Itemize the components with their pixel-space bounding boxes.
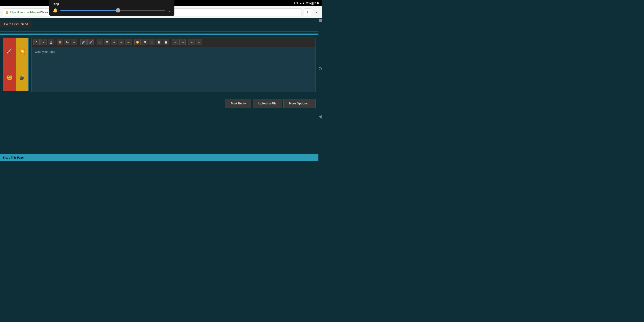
ring-overlay: Ring 🔔 ⌄ (49, 0, 174, 16)
edge-circle-icon[interactable] (319, 67, 322, 70)
insert-media-button[interactable]: ⬛ (149, 39, 155, 46)
unordered-list-button[interactable]: ☰ (104, 39, 110, 46)
avatar-grid: 🚀 💥 🐸 💣 (3, 38, 28, 91)
battery-percent: 99% (306, 2, 310, 4)
ordered-list-button[interactable]: ≔ (111, 39, 117, 46)
reply-editor[interactable]: B I U 🎨 A+ aA 🔗 🔗✕ ≡ ☰ ≔ ⇥ ⇤ 😊 (31, 38, 316, 92)
pen-button[interactable]: ✒ (196, 39, 202, 46)
upload-file-button[interactable]: Upload a File (253, 99, 282, 108)
action-buttons: Post Reply Upload a File More Options... (225, 99, 316, 108)
main-content: Go to First Unread 🚀 💥 🐸 💣 ▶ B I U 🎨 (0, 18, 318, 161)
outdent-button[interactable]: ⇤ (125, 39, 132, 46)
status-icons: ▼▼ ▲▲ 99% ▓ 2:44 (294, 2, 319, 5)
wifi-icon: ▼▼ (294, 2, 299, 5)
url-text: https://forum.battlebay.net/threads/my (10, 11, 55, 14)
first-unread-button[interactable]: Go to First Unread (0, 20, 32, 28)
indent-button[interactable]: ⇥ (118, 39, 124, 46)
post-reply-button[interactable]: Post Reply (225, 99, 251, 108)
lock-icon: 🔒 (5, 10, 9, 14)
bell-icon: 🔔 (53, 8, 58, 13)
font-size-up-button[interactable]: A+ (64, 39, 70, 46)
font-size-down-button[interactable]: aA (71, 39, 77, 46)
edge-back-icon[interactable] (319, 115, 322, 118)
redo-button[interactable]: ↪ (179, 39, 186, 46)
battery-icon: ▓ (312, 2, 314, 5)
ring-slider-thumb[interactable] (116, 8, 120, 12)
avatar-cell-3: 🐸 (3, 64, 16, 91)
right-edge-controls (318, 18, 322, 118)
underline-button[interactable]: U (48, 39, 54, 46)
emoji-button[interactable]: 😊 (134, 39, 141, 46)
reply-section: 🚀 💥 🐸 💣 ▶ B I U 🎨 A+ aA 🔗 🔗✕ (3, 38, 316, 92)
edge-square-icon[interactable] (319, 19, 322, 22)
toolbar-sep-6 (187, 40, 187, 44)
url-domain: forum.battlebay.net (18, 11, 41, 14)
toolbar-sep-4 (133, 40, 133, 44)
toolbar-sep-5 (170, 40, 171, 44)
toolbar-sep-3 (95, 40, 95, 44)
share-text: Share This Page (3, 156, 24, 159)
progress-bar (0, 34, 318, 35)
align-left-button[interactable]: ≡ (96, 39, 103, 46)
signal-icon: ▲▲ (300, 2, 305, 5)
ring-slider[interactable] (60, 10, 165, 11)
tab-count-label: 2 (306, 10, 308, 14)
italic-button[interactable]: I (40, 39, 47, 46)
insert-image-button[interactable]: 🖼 (142, 39, 148, 46)
ring-title: Ring (53, 2, 171, 6)
save-draft-button[interactable]: 💾 (156, 39, 162, 46)
share-footer: Share This Page (0, 154, 318, 161)
avatar-cell-1: 🚀 (3, 38, 16, 64)
remove-link-button[interactable]: 🔗✕ (88, 39, 94, 46)
url-protocol: https:// (10, 11, 18, 14)
save-button[interactable]: 📋 (163, 39, 169, 46)
avatar-cell-2: 💥 (16, 38, 28, 64)
avatar-cell-4: 💣 (16, 64, 28, 91)
avatar-arrow-icon: ▶ (28, 62, 28, 67)
section-divider (0, 31, 318, 32)
insert-link-button[interactable]: 🔗 (80, 39, 86, 46)
browser-menu-button[interactable]: ⋮ (314, 9, 319, 16)
ring-controls: 🔔 ⌄ (53, 8, 171, 13)
tab-count-button[interactable]: 2 (304, 8, 311, 16)
color-button[interactable]: 🎨 (57, 39, 63, 46)
ring-slider-fill (60, 10, 118, 11)
bold-button[interactable]: B (33, 39, 40, 46)
more-options-button[interactable]: More Options... (283, 99, 316, 108)
reply-textarea[interactable]: Write your reply... (32, 47, 316, 92)
user-avatar: 🚀 💥 🐸 💣 ▶ (3, 38, 28, 91)
editor-toolbar: B I U 🎨 A+ aA 🔗 🔗✕ ≡ ☰ ≔ ⇥ ⇤ 😊 (32, 38, 316, 47)
ring-chevron-icon[interactable]: ⌄ (168, 8, 171, 12)
toolbar-sep-1 (55, 40, 56, 44)
reply-placeholder: Write your reply... (35, 50, 57, 54)
erase-button[interactable]: ✏ (188, 39, 195, 46)
clock: 2:44 (314, 2, 319, 4)
toolbar-sep-2 (79, 40, 79, 44)
undo-button[interactable]: ↩ (172, 39, 178, 46)
